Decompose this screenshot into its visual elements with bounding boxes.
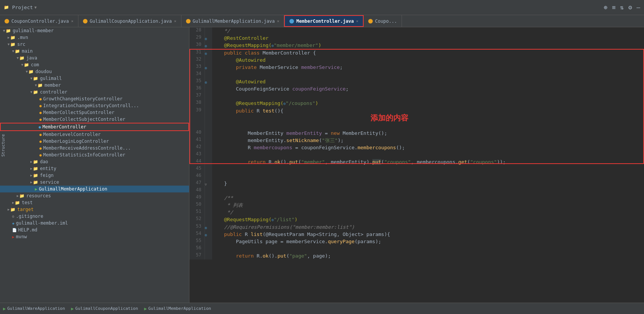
line-code-53: //@RequiresPermissions("member:member:li… bbox=[212, 223, 644, 231]
line-num-47: 47 bbox=[189, 180, 205, 187]
tab-close-coupon-app[interactable]: ✕ bbox=[174, 19, 177, 23]
structure-side-label[interactable]: Structure bbox=[0, 133, 6, 158]
tab-member-controller[interactable]: MemberController.java ✕ bbox=[284, 15, 364, 27]
sidebar-item-integration[interactable]: ● IntegrationChangeHistoryControll... bbox=[0, 102, 189, 109]
tab-coupon2[interactable]: Coupo... bbox=[364, 15, 402, 27]
sidebar-item-target[interactable]: 📁 target bbox=[0, 206, 189, 213]
sidebar-item-doudou[interactable]: 📁 doudou bbox=[0, 68, 189, 75]
sidebar-item-member[interactable]: 📁 member bbox=[0, 82, 189, 89]
minimize-icon[interactable]: — bbox=[636, 4, 640, 11]
tab-close-member-app[interactable]: ✕ bbox=[277, 19, 279, 23]
sidebar-item-collect-spu[interactable]: ● MemberCollectSpuController bbox=[0, 109, 189, 116]
sidebar-item-growth[interactable]: ● GrowthChangeHistoryController bbox=[0, 95, 189, 102]
table-row: 41 memberEntity.setNickname("张三"); bbox=[189, 137, 644, 144]
sidebar-item-member-level[interactable]: ● MemberLevelController bbox=[0, 131, 189, 138]
run-coupon-app[interactable]: ▶ GulimallCouponApplication bbox=[71, 306, 138, 311]
class-icon-ml: ● bbox=[39, 133, 42, 137]
sidebar-item-main[interactable]: 📁 main bbox=[0, 48, 189, 55]
line-code-40: MemberEntity memberEntity = new MemberEn… bbox=[212, 130, 644, 137]
line-code-47: } bbox=[212, 180, 644, 187]
gutter-34 bbox=[205, 71, 212, 78]
line-num-52: 52 bbox=[189, 216, 205, 223]
line-code-46 bbox=[212, 173, 644, 180]
table-row: 43 bbox=[189, 151, 644, 158]
sidebar-item-help[interactable]: 📄 HELP.md bbox=[0, 227, 189, 233]
class-icon-mr: ● bbox=[39, 146, 42, 150]
sidebar-item-controller[interactable]: 📁 controller bbox=[0, 89, 189, 95]
sidebar-item-test[interactable]: 📁 test bbox=[0, 199, 189, 206]
sidebar-item-feign[interactable]: 📁 feign bbox=[0, 172, 189, 179]
sidebar-item-gitignore[interactable]: ⚙ .gitignore bbox=[0, 213, 189, 220]
line-num-50: 50 bbox=[189, 202, 205, 209]
table-row: 46 bbox=[189, 173, 644, 180]
gutter-40 bbox=[205, 130, 212, 137]
tab-icon-member-ctrl bbox=[289, 19, 294, 23]
gutter-37 bbox=[205, 92, 212, 100]
sidebar-item-java[interactable]: 📁 java bbox=[0, 55, 189, 61]
table-row: 31 ⊙ public class MemberController { bbox=[189, 49, 644, 56]
sidebar-item-dao[interactable]: 📁 dao bbox=[0, 158, 189, 165]
folder-icon-dao: 📁 bbox=[33, 159, 38, 164]
sidebar-item-collect-subject[interactable]: ● MemberCollectSubjectController bbox=[0, 116, 189, 123]
class-icon-mll: ● bbox=[39, 139, 42, 144]
sidebar-item-mvn[interactable]: 📁 .mvn bbox=[0, 34, 189, 41]
tab-gulimall-member-app[interactable]: GulimallMemberApplication.java ✕ bbox=[181, 15, 284, 27]
sort-icon[interactable]: ⇅ bbox=[620, 4, 624, 11]
sidebar-item-member-receive[interactable]: ● MemberReceiveAddressControlle... bbox=[0, 145, 189, 152]
folder-icon-service: 📁 bbox=[33, 180, 38, 185]
line-num-32: 32 bbox=[189, 56, 205, 64]
line-num-36: 36 bbox=[189, 85, 205, 92]
tab-icon-member-app bbox=[186, 19, 191, 23]
tab-coupon-controller[interactable]: CouponController.java ✕ bbox=[0, 15, 78, 27]
sidebar-item-com[interactable]: 📁 com bbox=[0, 61, 189, 68]
line-num-34: 34 bbox=[189, 71, 205, 78]
line-code-57: return R.ok().put("page", page); bbox=[212, 252, 644, 259]
table-row: 44 return R.ok().put("member", memberEnt… bbox=[189, 158, 644, 166]
sidebar-item-member-login-log[interactable]: ● MemberLoginLogController bbox=[0, 138, 189, 145]
run-member-app[interactable]: ▶ GulimallMemberApplication bbox=[144, 306, 211, 311]
gutter-52 bbox=[205, 216, 212, 223]
tab-icon-coupon2 bbox=[368, 19, 373, 23]
table-row: 40 MemberEntity memberEntity = new Membe… bbox=[189, 130, 644, 137]
table-row: 35 ⊙ @Autowired bbox=[189, 78, 644, 85]
gutter-icon-54: ⊙ bbox=[205, 233, 207, 237]
sidebar-item-member-stats[interactable]: ● MemberStatisticsInfoController bbox=[0, 152, 189, 158]
table-row: 48 bbox=[189, 187, 644, 194]
gutter-48 bbox=[205, 187, 212, 194]
class-icon-mc: ● bbox=[39, 125, 41, 129]
settings-icon[interactable]: ⚙ bbox=[628, 4, 632, 11]
sidebar-item-gulimall[interactable]: 📁 gulimall bbox=[0, 75, 189, 82]
tab-close-member-ctrl[interactable]: ✕ bbox=[356, 19, 358, 23]
gutter-28 bbox=[205, 27, 212, 34]
folder-icon-test: 📁 bbox=[15, 200, 20, 205]
arrow-target bbox=[8, 208, 9, 211]
sidebar-item-member-controller[interactable]: ● MemberController bbox=[0, 123, 189, 131]
line-code-29: @RestController bbox=[212, 34, 644, 42]
list-icon[interactable]: ≡ bbox=[612, 4, 616, 11]
sidebar-item-service[interactable]: 📁 service bbox=[0, 179, 189, 186]
gutter-31: ⊙ bbox=[205, 49, 212, 56]
line-code-44: return R.ok().put("member", memberEntity… bbox=[212, 158, 644, 166]
line-num-30: 30 bbox=[189, 42, 205, 49]
dropdown-arrow[interactable]: ▼ bbox=[34, 5, 37, 9]
code-editor[interactable]: 28 */ 29 ⊙ @RestController 30 ⊙ bbox=[189, 27, 644, 303]
sidebar-item-gulimall-member-app[interactable]: ▶ GulimallMemberApplication bbox=[0, 186, 189, 192]
gutter-51 bbox=[205, 209, 212, 216]
sidebar-item-iml[interactable]: ◈ gulimall-member.iml bbox=[0, 220, 189, 227]
line-num-45: 45 bbox=[189, 166, 205, 173]
line-num-56: 56 bbox=[189, 245, 205, 252]
table-row: 42 R membercoupons = couponFeignService.… bbox=[189, 144, 644, 151]
layout-icon[interactable]: ⊕ bbox=[604, 4, 608, 11]
run-icon-ware: ▶ bbox=[3, 306, 6, 311]
sidebar-item-gulimall-member[interactable]: 📁 gulimall-member bbox=[0, 27, 189, 34]
arrow-resources bbox=[17, 194, 19, 198]
tab-gulimall-coupon-app[interactable]: GulimallCouponApplication.java ✕ bbox=[78, 15, 181, 27]
run-ware-app[interactable]: ▶ GulimallWareApplication bbox=[3, 306, 65, 311]
sidebar-item-resources[interactable]: 📁 resources bbox=[0, 192, 189, 199]
run-icon-coupon: ▶ bbox=[71, 306, 74, 311]
sidebar-item-entity[interactable]: 📁 entity bbox=[0, 165, 189, 172]
sidebar-item-mvnw[interactable]: ▶ mvnw bbox=[0, 233, 189, 240]
tab-close-coupon[interactable]: ✕ bbox=[71, 19, 73, 23]
sidebar-item-src[interactable]: 📁 src bbox=[0, 41, 189, 48]
line-num-44: 44 bbox=[189, 158, 205, 166]
